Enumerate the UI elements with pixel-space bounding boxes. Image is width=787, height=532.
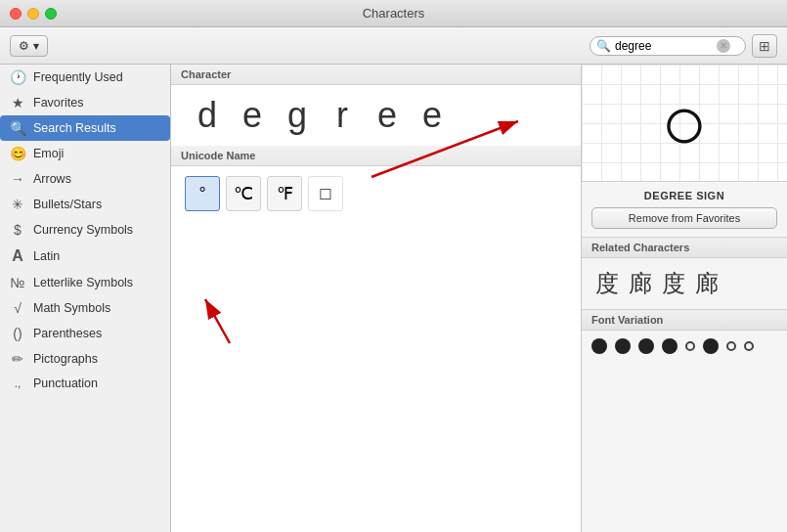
sidebar-label-pictographs: Pictographs (33, 352, 98, 366)
sidebar-item-arrows[interactable]: → Arrows (0, 166, 170, 192)
clear-search-button[interactable]: ✕ (717, 39, 730, 53)
sidebar-item-latin[interactable]: A Latin (0, 243, 170, 270)
fv-dot-0[interactable] (591, 338, 607, 354)
pictograph-icon: ✏ (10, 351, 25, 367)
punctuation-icon: ., (10, 377, 25, 390)
char-letter-e1: e (232, 95, 273, 136)
related-char-3[interactable]: 廊 (691, 266, 722, 301)
title-bar: Characters (0, 0, 787, 27)
fv-dot-5[interactable] (703, 338, 719, 354)
sidebar-item-pictographs[interactable]: ✏ Pictographs (0, 346, 170, 372)
main-content: 🕐 Frequently Used ★ Favorites 🔍 Search R… (0, 65, 787, 532)
sidebar-item-bullets-stars[interactable]: ✳ Bullets/Stars (0, 192, 170, 217)
emoji-icon: 😊 (10, 146, 25, 161)
sidebar-item-math-symbols[interactable]: √ Math Symbols (0, 295, 170, 321)
preview-area: ○ (582, 65, 787, 182)
unicode-chars-grid: ° ℃ ℉ □ (171, 166, 581, 221)
remove-from-favorites-button[interactable]: Remove from Favorites (591, 207, 777, 229)
search-icon: 🔍 (596, 39, 611, 53)
clock-icon: 🕐 (10, 69, 25, 85)
preview-character: ○ (661, 79, 708, 166)
fv-dot-1[interactable] (615, 338, 631, 354)
sidebar-item-parentheses[interactable]: () Parentheses (0, 321, 170, 346)
character-section-header: Character (171, 65, 581, 85)
sidebar-label-arrows: Arrows (33, 172, 71, 186)
sidebar-label-emoji: Emoji (33, 147, 64, 160)
sidebar-item-letterlike-symbols[interactable]: № Letterlike Symbols (0, 270, 170, 295)
char-letter-r: r (322, 95, 363, 136)
preview-char-wrap: ○ (661, 78, 708, 168)
window-controls (10, 8, 57, 20)
maximize-button[interactable] (45, 8, 57, 20)
unicode-cell-fahrenheit[interactable]: ℉ (267, 176, 302, 211)
sidebar-label-letterlike-symbols: Letterlike Symbols (33, 276, 133, 289)
sidebar-label-favorites: Favorites (33, 96, 83, 110)
fv-dot-3[interactable] (662, 338, 678, 354)
sidebar-item-punctuation[interactable]: ., Punctuation (0, 372, 170, 395)
related-characters-grid: 度 廊 度 廊 (582, 258, 787, 309)
sqrt-icon: √ (10, 300, 25, 316)
sidebar-item-currency-symbols[interactable]: $ Currency Symbols (0, 217, 170, 243)
right-panel: ○ DEGREE SIGN Remove from Favorites Rela… (582, 65, 787, 532)
sidebar-item-search-results[interactable]: 🔍 Search Results (0, 115, 170, 141)
char-letter-g: g (277, 95, 318, 136)
sidebar-item-emoji[interactable]: 😊 Emoji (0, 141, 170, 166)
related-char-2[interactable]: 度 (658, 266, 689, 301)
character-name: DEGREE SIGN (582, 182, 787, 207)
fv-dot-7[interactable] (744, 341, 754, 351)
bullets-icon: ✳ (10, 197, 25, 212)
center-panel: Character d e g r e e Unicode Name ° ℃ ℉… (171, 65, 582, 532)
toolbar: ⚙ ▾ 🔍 ✕ ⊞ (0, 27, 787, 65)
sidebar-label-latin: Latin (33, 249, 60, 263)
unicode-cell-degree[interactable]: ° (185, 176, 220, 211)
related-char-0[interactable]: 度 (591, 266, 623, 301)
search-area: 🔍 ✕ ⊞ (590, 34, 777, 58)
search-sidebar-icon: 🔍 (10, 120, 25, 136)
minimize-button[interactable] (27, 8, 39, 20)
fv-dot-4[interactable] (685, 341, 695, 351)
char-letter-e2: e (367, 95, 408, 136)
char-letter-d: d (187, 95, 228, 136)
font-variation-label: Font Variation (582, 309, 787, 331)
sidebar: 🕐 Frequently Used ★ Favorites 🔍 Search R… (0, 65, 171, 532)
font-variation-grid (582, 331, 787, 362)
char-letter-e3: e (412, 95, 453, 136)
gear-button[interactable]: ⚙ ▾ (10, 35, 48, 57)
sidebar-label-math-symbols: Math Symbols (33, 301, 110, 315)
dollar-icon: $ (10, 222, 25, 238)
window-title: Characters (363, 6, 425, 21)
search-input[interactable] (615, 39, 713, 53)
sidebar-label-search-results: Search Results (33, 121, 116, 135)
letterlike-icon: № (10, 275, 25, 290)
latin-icon: A (10, 247, 25, 265)
related-char-1[interactable]: 廊 (625, 266, 656, 301)
character-letters-row: d e g r e e (171, 85, 581, 146)
sidebar-item-frequently-used[interactable]: 🕐 Frequently Used (0, 65, 170, 90)
unicode-cell-celsius[interactable]: ℃ (226, 176, 261, 211)
sidebar-label-punctuation: Punctuation (33, 377, 98, 390)
fv-dot-2[interactable] (638, 338, 654, 354)
sidebar-label-bullets-stars: Bullets/Stars (33, 198, 102, 211)
sidebar-item-favorites[interactable]: ★ Favorites (0, 90, 170, 115)
close-button[interactable] (10, 8, 22, 20)
fv-dot-6[interactable] (726, 341, 736, 351)
sidebar-label-parentheses: Parentheses (33, 327, 102, 340)
paren-icon: () (10, 326, 25, 341)
sidebar-label-currency-symbols: Currency Symbols (33, 223, 133, 237)
gear-icon: ⚙ (19, 39, 29, 53)
arrow-icon: → (10, 171, 25, 187)
related-characters-label: Related Characters (582, 237, 787, 258)
search-box: 🔍 ✕ (590, 36, 746, 56)
gear-dropdown-icon: ▾ (33, 39, 39, 53)
unicode-name-section-header: Unicode Name (171, 146, 581, 166)
sidebar-label-frequently-used: Frequently Used (33, 70, 123, 84)
star-icon: ★ (10, 95, 25, 111)
grid-view-button[interactable]: ⊞ (752, 34, 777, 58)
unicode-cell-empty[interactable]: □ (308, 176, 343, 211)
